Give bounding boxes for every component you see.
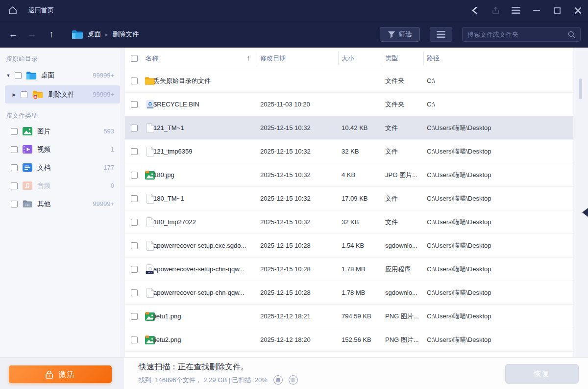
column-type[interactable]: 类型 [385,54,398,63]
file-name: 121_TM~1 [153,124,251,131]
table-row[interactable]: 180_tmp27022 2025-12-15 10:32 32 KB 文件 C… [125,210,573,234]
file-type: 文件夹 [385,77,424,85]
row-checkbox[interactable] [131,266,138,273]
deleted-files-checkbox[interactable] [21,91,27,98]
row-checkbox[interactable] [131,195,138,202]
table-row[interactable]: 121_TM~1 2025-12-15 10:32 10.42 KB 文件 C:… [125,116,573,140]
sidebar-item-documents[interactable]: 文档 177 [0,158,120,177]
file-type: 文件 [385,194,424,203]
table-row[interactable]: ♻ $RECYCLE.BIN 2025-11-03 10:20 文件夹 C:\ [125,93,573,116]
share-icon[interactable] [465,0,485,21]
row-checkbox[interactable] [131,148,138,155]
expand-icon[interactable]: ▶ [12,92,17,97]
export-icon[interactable] [485,0,506,21]
column-name[interactable]: 名称 [146,54,158,63]
column-size[interactable]: 大小 [342,54,354,63]
list-view-icon [437,31,445,38]
type-count: 99999+ [93,200,114,207]
file-type: sgdownlo... [385,242,424,249]
file-type: 文件 [385,124,424,132]
row-checkbox[interactable] [131,313,138,320]
table-row[interactable]: apowerrecover-setup-chn-qqw... 2025-12-1… [125,281,573,305]
back-to-home-button[interactable]: 返回首页 [28,6,54,15]
file-type: PNG 图片... [385,312,424,321]
back-arrow-icon[interactable]: ← [7,29,20,40]
sidebar-item-other[interactable]: 其他 99999+ [0,195,120,213]
close-icon[interactable] [567,0,588,21]
vertical-scrollbar[interactable] [579,78,582,99]
row-checkbox[interactable] [131,242,138,249]
file-size: 794.59 KB [342,312,383,320]
file-path: C:\Users\喵喵\Desktop [427,241,570,250]
sidebar-item-deleted-files[interactable]: ▶ 删除文件 99999+ [5,85,120,104]
desktop-checkbox[interactable] [15,72,22,79]
pause-scan-button[interactable] [289,375,298,385]
breadcrumb-desktop[interactable]: 桌面 [88,30,101,39]
maximize-icon[interactable] [547,0,567,21]
scan-progress-text: 找到: 146896个文件， 2.29 GB | 已扫描: 20% [139,376,268,385]
table-row[interactable]: apowerrecover-setup.exe.sgdo... 2025-12-… [125,234,573,258]
file-size: 32 KB [342,148,383,155]
sidebar-item-desktop[interactable]: ▼ 桌面 99999+ [6,66,120,84]
row-checkbox[interactable] [131,172,138,179]
table-row[interactable]: jietu1.png 2025-12-12 18:21 794.59 KB PN… [125,305,573,328]
column-date[interactable]: 修改日期 [260,54,286,63]
file-path: C:\Users\喵喵\Desktop [427,124,570,132]
search-input[interactable] [467,31,568,38]
menu-icon[interactable] [506,0,526,21]
row-checkbox[interactable] [131,125,138,131]
sort-ascending-icon[interactable]: ↑ [246,53,250,62]
sidebar-item-label: 桌面 [41,71,54,80]
file-date: 2025-12-15 10:28 [260,242,334,249]
videos-icon [23,145,32,154]
documents-icon [23,163,32,172]
table-row[interactable]: 180_TM~1 2025-12-15 10:32 17.09 KB 文件 C:… [125,187,573,210]
table-row[interactable]: apowerrecover-setup-chn-qqw... 2025-12-1… [125,258,573,281]
table-row[interactable]: jietu2.png 2025-12-12 18:20 152.56 KB PN… [125,328,573,352]
view-options-button[interactable] [430,27,452,42]
up-arrow-icon[interactable]: ↑ [45,29,58,40]
file-size: 4 KB [342,171,383,179]
row-checkbox[interactable] [131,78,138,84]
collapse-icon[interactable]: ▼ [6,73,11,78]
file-name: 180.jpg [153,171,251,179]
forward-arrow-icon[interactable]: → [25,29,38,40]
sidebar-item-pictures[interactable]: 图片 593 [0,122,120,140]
file-date: 2025-12-15 10:32 [260,195,334,202]
row-checkbox[interactable] [131,101,138,108]
breadcrumb: 桌面 ▸ 删除文件 [72,30,139,39]
home-icon[interactable] [8,5,18,15]
search-box [462,27,581,42]
row-checkbox[interactable] [131,289,138,296]
file-type: sgdownlo... [385,289,424,296]
activate-button[interactable]: 激活 [9,365,112,383]
audio-checkbox[interactable] [11,182,18,189]
table-header: 名称 ↑ 修改日期 大小 类型 路径 [125,48,573,69]
table-row[interactable]: 丢失原始目录的文件 文件夹 C:\ [125,69,573,93]
expand-panel-handle-icon[interactable] [582,208,588,217]
file-path: C:\Users\喵喵\Desktop [427,312,570,321]
search-icon[interactable] [568,31,575,38]
select-all-checkbox[interactable] [131,55,138,62]
breadcrumb-deleted-files[interactable]: 删除文件 [113,30,139,39]
pictures-checkbox[interactable] [11,128,18,135]
sidebar-item-videos[interactable]: 视频 1 [0,140,120,158]
recover-button[interactable]: 恢复 [505,364,579,384]
other-checkbox[interactable] [11,201,18,207]
file-name: $RECYCLE.BIN [153,101,251,108]
documents-checkbox[interactable] [11,164,18,171]
minimize-icon[interactable] [526,0,547,21]
row-checkbox[interactable] [131,219,138,226]
sidebar-item-audio[interactable]: 音频 0 [0,177,120,195]
row-checkbox[interactable] [131,337,138,343]
table-row[interactable]: 180.jpg 2025-12-15 10:32 4 KB JPG 图片... … [125,163,573,187]
videos-checkbox[interactable] [11,146,18,153]
table-row[interactable]: 121_tmp6359 2025-12-15 10:32 32 KB 文件 C:… [125,140,573,163]
file-path: C:\Users\喵喵\Desktop [427,265,570,274]
filter-button[interactable]: 筛选 [380,27,420,42]
column-path[interactable]: 路径 [427,54,440,63]
stop-scan-button[interactable] [273,375,283,385]
section-by-filetype: 按文件类型 [6,111,120,120]
file-name: jietu1.png [153,312,251,320]
folder-icon [26,71,37,80]
